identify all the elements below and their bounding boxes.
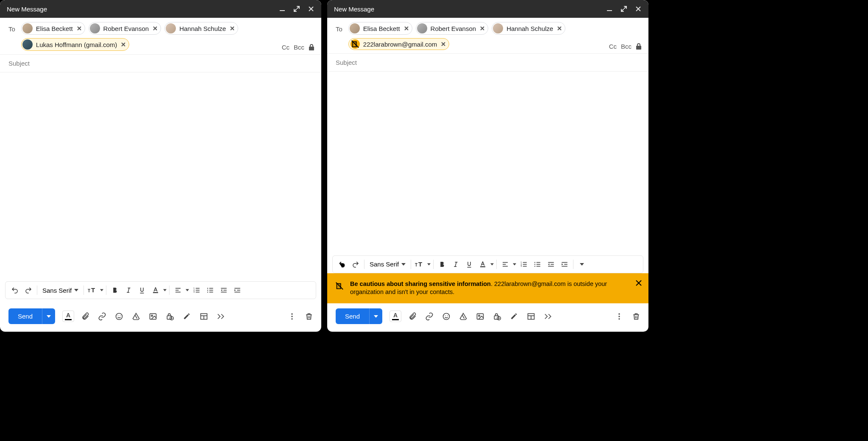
send-button[interactable]: Send [336, 308, 369, 324]
message-body[interactable] [327, 72, 648, 255]
indent-increase-icon[interactable] [231, 284, 243, 296]
bullet-list-icon[interactable] [531, 258, 543, 270]
more-options-icon[interactable] [614, 311, 625, 322]
insert-template-icon[interactable] [198, 311, 209, 322]
italic-icon[interactable] [122, 284, 134, 296]
confidential-mode-icon[interactable] [492, 311, 503, 322]
svg-point-14 [151, 315, 153, 316]
link-icon[interactable] [97, 311, 108, 322]
remove-chip-icon[interactable] [120, 41, 127, 48]
underline-icon[interactable] [463, 258, 475, 270]
confidential-mode-icon[interactable] [164, 311, 175, 322]
chevron-down-icon[interactable] [490, 263, 494, 266]
formatting-toggle-icon[interactable]: A [63, 311, 74, 322]
close-icon[interactable] [635, 6, 642, 12]
insert-template-icon[interactable] [526, 311, 537, 322]
bullet-list-icon[interactable] [204, 284, 216, 296]
bold-icon[interactable] [436, 258, 448, 270]
close-icon[interactable] [308, 6, 314, 12]
chevron-down-icon[interactable] [163, 288, 167, 292]
more-compose-icon[interactable] [542, 311, 554, 322]
redo-icon[interactable] [350, 258, 362, 270]
chevron-down-icon[interactable] [100, 288, 103, 292]
recipient-chips[interactable]: Elisa Beckett Robert Evanson Hannah Schu… [21, 22, 314, 51]
indent-decrease-icon[interactable] [545, 258, 557, 270]
remove-chip-icon[interactable] [228, 25, 236, 32]
drive-icon[interactable] [458, 311, 469, 322]
chevron-down-icon[interactable] [186, 288, 189, 292]
discard-draft-icon[interactable] [303, 311, 314, 322]
send-button[interactable]: Send [8, 308, 42, 324]
more-formatting-icon[interactable] [576, 258, 588, 270]
drive-icon[interactable] [131, 311, 142, 322]
subject-input[interactable] [0, 55, 321, 72]
emoji-icon[interactable] [441, 311, 452, 322]
italic-icon[interactable] [450, 258, 462, 270]
text-color-icon[interactable] [477, 258, 489, 270]
signature-icon[interactable] [509, 311, 520, 322]
more-compose-icon[interactable] [215, 311, 226, 322]
dismiss-warning-icon[interactable] [635, 279, 643, 287]
chevron-down-icon[interactable] [427, 263, 431, 266]
bcc-button[interactable]: Bcc [294, 44, 304, 51]
message-body[interactable] [0, 72, 321, 281]
remove-chip-icon[interactable] [403, 25, 410, 32]
recipient-chip[interactable]: Elisa Beckett [21, 22, 85, 35]
send-options-button[interactable] [42, 308, 55, 324]
image-icon[interactable] [475, 311, 486, 322]
subject-input[interactable] [327, 54, 648, 71]
text-color-icon[interactable] [150, 284, 161, 296]
fullscreen-icon[interactable] [620, 6, 627, 12]
minimize-icon[interactable] [279, 6, 286, 12]
font-family-select[interactable]: Sans Serif [367, 261, 408, 268]
align-icon[interactable] [172, 284, 184, 296]
more-options-icon[interactable] [287, 311, 298, 322]
formatting-toolbar: Sans Serif TT 123 [5, 281, 316, 299]
link-icon[interactable] [424, 311, 435, 322]
chevron-down-icon[interactable] [513, 263, 516, 266]
recipient-chip[interactable]: Robert Evanson [89, 22, 161, 35]
discard-draft-icon[interactable] [631, 311, 642, 322]
recipient-chip[interactable]: Elisa Beckett [348, 22, 412, 35]
undo-icon[interactable] [336, 258, 348, 270]
recipient-chip[interactable]: Hannah Schulze [164, 22, 238, 35]
cc-button[interactable]: Cc [282, 44, 289, 51]
font-family-select[interactable]: Sans Serif [40, 287, 81, 294]
font-size-icon[interactable]: TT [86, 284, 98, 296]
align-icon[interactable] [499, 258, 511, 270]
remove-chip-icon[interactable] [556, 25, 563, 32]
remove-chip-icon[interactable] [75, 25, 83, 32]
bcc-button[interactable]: Bcc [621, 43, 632, 50]
underline-icon[interactable] [136, 284, 148, 296]
attach-icon[interactable] [80, 311, 91, 322]
recipient-chip-external[interactable]: Lukas Hoffmann (gmail.com) [21, 38, 129, 51]
signature-icon[interactable] [181, 311, 192, 322]
recipient-chip[interactable]: Robert Evanson [416, 22, 489, 35]
remove-chip-icon[interactable] [151, 25, 159, 32]
undo-icon[interactable] [9, 284, 21, 296]
fullscreen-icon[interactable] [293, 6, 300, 12]
attach-icon[interactable] [407, 311, 418, 322]
recipient-chips[interactable]: Elisa Beckett Robert Evanson Hannah Schu… [348, 22, 642, 50]
formatting-toggle-icon[interactable]: A [390, 311, 401, 322]
minimize-icon[interactable] [606, 6, 613, 12]
cc-button[interactable]: Cc [609, 43, 617, 50]
font-size-icon[interactable]: TT [414, 258, 426, 270]
recipient-chip-unknown[interactable]: 222larabrown@gmail.com [348, 38, 449, 50]
window-title: New Message [7, 6, 47, 13]
remove-chip-icon[interactable] [479, 25, 486, 32]
emoji-icon[interactable] [114, 311, 125, 322]
indent-decrease-icon[interactable] [218, 284, 230, 296]
numbered-list-icon[interactable]: 123 [191, 284, 203, 296]
indent-increase-icon[interactable] [559, 258, 570, 270]
remove-chip-icon[interactable] [440, 40, 447, 48]
redo-icon[interactable] [22, 284, 34, 296]
image-icon[interactable] [147, 311, 159, 322]
send-options-button[interactable] [369, 308, 382, 324]
bold-icon[interactable] [109, 284, 121, 296]
lock-icon[interactable] [309, 44, 314, 51]
subject-row [0, 55, 321, 72]
recipient-chip[interactable]: Hannah Schulze [492, 22, 565, 35]
numbered-list-icon[interactable]: 123 [518, 258, 530, 270]
lock-icon[interactable] [636, 43, 642, 50]
